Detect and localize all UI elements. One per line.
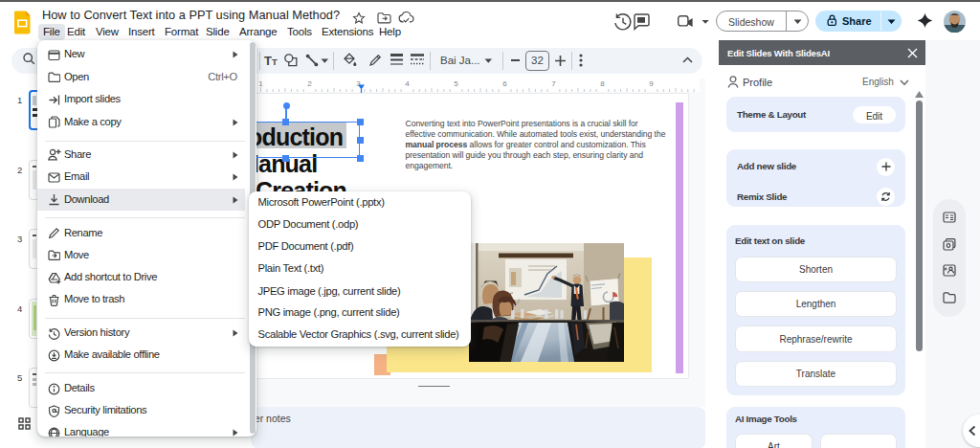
svg-text:9: 9: [649, 79, 654, 88]
svg-text:6: 6: [502, 79, 507, 88]
svg-text:2: 2: [307, 79, 312, 88]
svg-text:1: 1: [258, 79, 263, 88]
svg-text:8: 8: [600, 79, 605, 88]
svg-text:4: 4: [405, 79, 410, 88]
svg-text:5: 5: [454, 79, 458, 88]
svg-text:7: 7: [551, 79, 556, 88]
